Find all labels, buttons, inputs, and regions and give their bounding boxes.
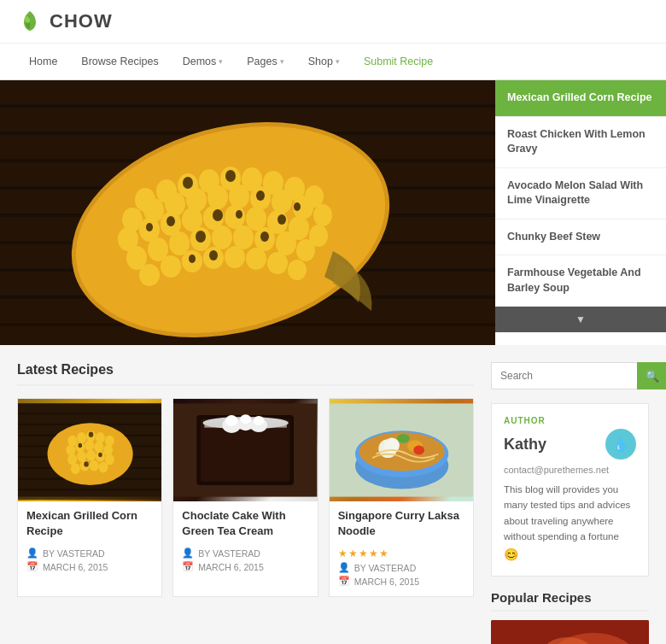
svg-point-107 (84, 461, 88, 466)
hero-sidebar: Mexican Grilled Corn Recipe Roast Chicke… (495, 80, 666, 345)
svg-point-106 (98, 453, 102, 457)
nav-submit-recipe[interactable]: Submit Recipe (352, 44, 445, 79)
svg-point-53 (161, 255, 181, 278)
svg-point-116 (225, 415, 238, 426)
svg-point-62 (256, 190, 265, 201)
hero-sidebar-item-4[interactable]: Farmhouse Vegetable And Barley Soup (495, 255, 666, 307)
svg-point-63 (213, 209, 223, 221)
user-icon-0: 👤 (26, 547, 38, 559)
svg-point-48 (233, 225, 254, 249)
svg-point-39 (246, 207, 266, 231)
author-bio: This blog will provides you many tested … (504, 482, 636, 564)
recipe-meta-date-2: 📅 MARCH 6, 2015 (338, 576, 464, 587)
author-name: Kathy (504, 436, 546, 454)
user-icon-1: 👤 (182, 547, 194, 559)
recipe-meta-date-0: 📅 MARCH 6, 2015 (26, 561, 153, 572)
svg-point-51 (296, 239, 315, 261)
svg-point-59 (288, 260, 307, 280)
svg-rect-2 (0, 80, 495, 104)
hero-sidebar-item-3[interactable]: Chunky Beef Stew (495, 220, 666, 256)
svg-point-94 (103, 445, 113, 456)
svg-point-67 (196, 231, 206, 243)
hero-sidebar-item-0[interactable]: Mexican Grilled Corn Recipe (495, 80, 666, 117)
svg-point-45 (169, 231, 190, 255)
recipe-author-2: BY VASTERAD (354, 563, 417, 573)
hero-sidebar-item-2[interactable]: Avocado Melon Salad With Lime Vinaigrett… (495, 168, 666, 220)
search-input[interactable] (491, 362, 637, 389)
author-row: Kathy 💧 (504, 429, 636, 460)
svg-point-58 (267, 252, 288, 274)
nav-shop-arrow: ▾ (336, 57, 340, 66)
svg-point-96 (77, 451, 86, 462)
recipe-date-1: MARCH 6, 2015 (198, 562, 263, 572)
logo[interactable]: CHOW (17, 9, 113, 34)
svg-point-85 (67, 436, 77, 447)
recipe-meta-stars-2: ★★★★★ (338, 547, 464, 559)
recipe-card-1[interactable]: Choclate Cake With Green Tea Cream 👤 BY … (172, 398, 318, 597)
svg-point-127 (413, 446, 424, 455)
drop-icon: 💧 (612, 436, 629, 453)
nav-pages[interactable]: Pages ▾ (235, 44, 295, 79)
main-content: Latest Recipes (0, 345, 666, 644)
logo-icon (17, 9, 43, 34)
author-bio-text: This blog will provides you many tested … (504, 484, 630, 542)
calendar-icon-1: 📅 (182, 561, 194, 572)
svg-point-52 (139, 264, 160, 286)
hero-sidebar-chevron[interactable]: ▼ (495, 307, 666, 332)
recipe-date-2: MARCH 6, 2015 (354, 577, 419, 587)
svg-point-89 (105, 436, 114, 447)
svg-point-97 (86, 450, 96, 461)
svg-point-90 (66, 445, 75, 456)
recipe-card-body-1: Choclate Cake With Green Tea Cream 👤 BY … (173, 501, 317, 582)
svg-rect-75 (18, 403, 161, 413)
nav-home[interactable]: Home (17, 44, 69, 79)
svg-point-60 (183, 177, 193, 189)
author-box: AUTHOR Kathy 💧 contact@purethemes.net Th… (491, 403, 649, 577)
nav-browse-recipes[interactable]: Browse Recipes (69, 44, 170, 79)
recipe-card-0[interactable]: Mexican Grilled Corn Recipe 👤 BY VASTERA… (17, 398, 162, 597)
svg-point-27 (207, 185, 228, 209)
hero-sidebar-item-1[interactable]: Roast Chicken With Lemon Gravy (495, 117, 666, 168)
svg-rect-76 (18, 414, 161, 424)
popular-recipes-title: Popular Recipes (491, 590, 649, 612)
recipe-card-title-2: Singapore Curry Laksa Noodle (338, 508, 464, 539)
svg-point-100 (71, 463, 80, 474)
svg-point-102 (90, 460, 99, 471)
hero-image-wrapper[interactable]: Mexican Grilled Corn Recipe (0, 80, 495, 345)
smiley-icon: 😊 (504, 547, 518, 561)
svg-point-64 (278, 214, 286, 225)
navigation: Home Browse Recipes Demos ▾ Pages ▾ Shop… (0, 44, 666, 80)
svg-point-117 (241, 414, 252, 424)
svg-point-126 (397, 434, 410, 443)
recipe-card-body-2: Singapore Curry Laksa Noodle ★★★★★ 👤 BY … (330, 501, 473, 596)
recipe-stars-2: ★★★★★ (338, 547, 389, 559)
search-box: 🔍 (491, 362, 649, 389)
recipe-card-2[interactable]: Singapore Curry Laksa Noodle ★★★★★ 👤 BY … (329, 398, 474, 597)
nav-shop[interactable]: Shop ▾ (296, 44, 352, 79)
svg-point-68 (260, 231, 269, 242)
svg-point-71 (189, 255, 196, 263)
svg-point-69 (146, 223, 153, 231)
svg-point-47 (212, 225, 232, 249)
recipe-grid: Mexican Grilled Corn Recipe 👤 BY VASTERA… (17, 398, 474, 597)
svg-point-92 (85, 440, 94, 451)
author-label: AUTHOR (504, 416, 636, 425)
hero-image (0, 80, 495, 345)
recipe-meta-author-0: 👤 BY VASTERAD (26, 547, 153, 559)
svg-point-56 (225, 246, 245, 268)
nav-demos[interactable]: Demos ▾ (171, 44, 236, 79)
svg-point-38 (225, 205, 245, 229)
section-title-latest: Latest Recipes (17, 362, 474, 386)
svg-point-88 (96, 432, 105, 443)
recipe-card-body-0: Mexican Grilled Corn Recipe 👤 BY VASTERA… (18, 501, 161, 582)
svg-point-61 (225, 170, 236, 182)
svg-rect-83 (18, 490, 161, 500)
recipe-meta-date-1: 📅 MARCH 6, 2015 (182, 561, 308, 572)
search-button[interactable]: 🔍 (637, 362, 666, 389)
nav-pages-arrow: ▾ (280, 57, 284, 66)
popular-card-0[interactable]: Chunky Beef Stew ★★★★★ (491, 620, 649, 644)
logo-text: CHOW (50, 10, 113, 32)
nav-demos-arrow: ▾ (219, 57, 223, 66)
svg-point-103 (99, 462, 108, 473)
popular-recipes-section: Popular Recipes Chunky Beef Stew ★★★★★ (491, 590, 649, 644)
